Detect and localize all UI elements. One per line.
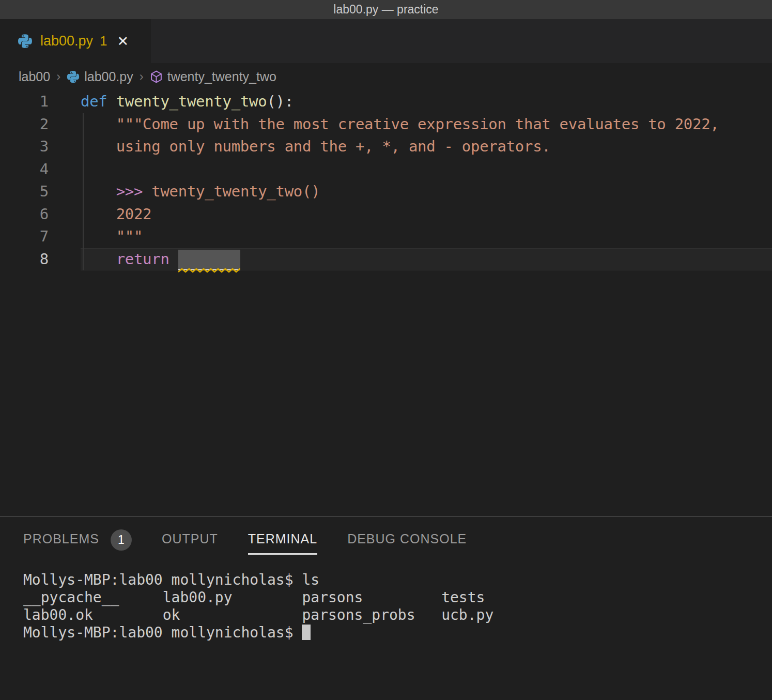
panel-tab-label: OUTPUT (162, 531, 218, 555)
code-line-4[interactable]: 4 (0, 158, 772, 181)
code-token (81, 138, 116, 155)
code-token: """ (116, 227, 143, 245)
code-token (143, 182, 151, 200)
code-line-text[interactable]: def twenty_twenty_two(): (81, 90, 772, 113)
terminal[interactable]: Mollys-MBP:lab00 mollynicholas$ ls__pyca… (0, 571, 772, 642)
close-icon[interactable]: ✕ (117, 33, 129, 50)
terminal-line: Mollys-MBP:lab00 mollynicholas$ ls (23, 571, 772, 589)
code-line-6[interactable]: 6 2022 (0, 203, 772, 226)
code-line-text[interactable]: 2022 (81, 203, 772, 226)
tab-problem-count: 1 (100, 33, 107, 49)
line-number: 6 (0, 203, 81, 226)
bottom-panel: PROBLEMS 1 OUTPUT TERMINAL DEBUG CONSOLE… (0, 516, 772, 700)
panel-tab-label: TERMINAL (248, 531, 317, 555)
code-token: twenty_twenty_two (116, 93, 267, 110)
panel-tab-label: PROBLEMS (23, 531, 99, 555)
line-number: 2 (0, 113, 81, 136)
indent-guide (83, 225, 84, 248)
code-token: 2022 (116, 205, 152, 223)
panel-tab-bar: PROBLEMS 1 OUTPUT TERMINAL DEBUG CONSOLE (0, 517, 772, 555)
code-line-text[interactable]: >>> twenty_twenty_two() (81, 180, 772, 203)
code-line-8[interactable]: 8 return (0, 248, 772, 271)
indent-guide (83, 203, 84, 226)
code-token: using only numbers and the +, *, and - o… (116, 138, 551, 155)
line-number: 3 (0, 135, 81, 158)
code-line-5[interactable]: 5 >>> twenty_twenty_two() (0, 180, 772, 203)
vscode-window: lab00.py — practice lab00.py 1 ✕ lab00 ›… (0, 0, 772, 700)
tab-lab00-py[interactable]: lab00.py 1 ✕ (0, 19, 151, 63)
warning-squiggle-icon (178, 268, 240, 273)
code-line-2[interactable]: 2 """Come up with the most creative expr… (0, 113, 772, 136)
code-token (81, 182, 116, 200)
panel-tab-problems[interactable]: PROBLEMS 1 (23, 531, 132, 555)
tab-label: lab00.py (40, 33, 93, 49)
indent-guide (83, 248, 84, 271)
panel-tab-output[interactable]: OUTPUT (162, 531, 218, 555)
chevron-right-icon: › (56, 69, 60, 84)
code-token: >>> (116, 182, 143, 200)
code-token: """Come up with the most creative expres… (116, 115, 719, 133)
line-number: 4 (0, 158, 81, 181)
code-token: return (116, 250, 169, 268)
breadcrumb: lab00 › lab00.py › twenty_twenty_two (0, 63, 772, 90)
indent-guide (83, 135, 84, 158)
indent-guide (83, 113, 84, 136)
code-line-text[interactable]: using only numbers and the +, *, and - o… (81, 135, 772, 158)
python-icon (67, 70, 80, 83)
code-line-text[interactable]: """Come up with the most creative expres… (81, 113, 772, 136)
code-token: (): (267, 93, 293, 110)
terminal-cursor (302, 625, 311, 640)
code-token (81, 250, 116, 268)
breadcrumb-item-file[interactable]: lab00.py (84, 69, 133, 84)
code-token (81, 115, 116, 133)
code-token: def (81, 93, 107, 110)
panel-tab-debug-console[interactable]: DEBUG CONSOLE (347, 531, 467, 555)
editor-lines: 1def twenty_twenty_two():2 """Come up wi… (0, 90, 772, 270)
code-token (169, 250, 178, 268)
breadcrumb-item-folder[interactable]: lab00 (19, 69, 50, 84)
line-number: 8 (0, 248, 81, 271)
panel-tab-label: DEBUG CONSOLE (347, 531, 467, 555)
line-number: 5 (0, 180, 81, 203)
indent-guide (83, 158, 84, 181)
terminal-line: Mollys-MBP:lab00 mollynicholas$ (23, 624, 772, 642)
problems-count-badge: 1 (111, 529, 132, 551)
indent-guide (83, 180, 84, 203)
titlebar: lab00.py — practice (0, 0, 772, 19)
code-line-text[interactable]: """ (81, 225, 772, 248)
symbol-namespace-icon (150, 70, 163, 83)
breadcrumb-item-symbol[interactable]: twenty_twenty_two (167, 69, 276, 84)
terminal-line: lab00.ok ok parsons_probs ucb.py (23, 606, 772, 624)
python-icon (18, 34, 33, 49)
selected-text (178, 250, 240, 270)
code-line-1[interactable]: 1def twenty_twenty_two(): (0, 90, 772, 113)
line-number: 1 (0, 90, 81, 113)
code-token (107, 93, 116, 110)
window-title: lab00.py — practice (333, 3, 438, 17)
terminal-line: __pycache__ lab00.py parsons tests (23, 589, 772, 606)
code-token: twenty_twenty_two() (151, 182, 320, 200)
panel-tab-terminal[interactable]: TERMINAL (248, 531, 317, 555)
tab-bar: lab00.py 1 ✕ (0, 19, 772, 63)
code-line-3[interactable]: 3 using only numbers and the +, *, and -… (0, 135, 772, 158)
code-token (81, 227, 116, 245)
line-number: 7 (0, 225, 81, 248)
chevron-right-icon: › (140, 69, 144, 84)
code-editor[interactable]: 1def twenty_twenty_two():2 """Come up wi… (0, 90, 772, 516)
code-line-text[interactable] (81, 158, 772, 181)
code-line-text[interactable]: return (81, 248, 772, 271)
code-token (81, 205, 116, 223)
code-line-7[interactable]: 7 """ (0, 225, 772, 248)
